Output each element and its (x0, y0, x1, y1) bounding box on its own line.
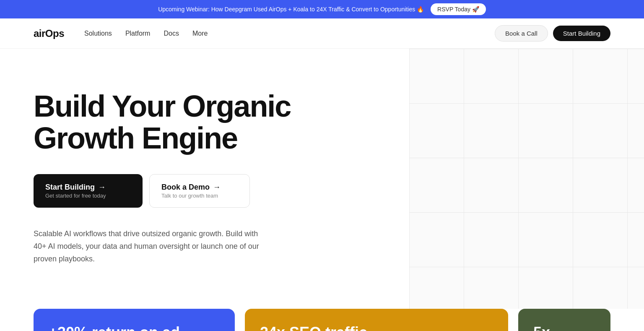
stat-title-blue: +30% return on ad spend (49, 324, 220, 331)
nav-link-docs[interactable]: Docs (164, 30, 179, 37)
hero-buttons: Start Building → Get started for free to… (34, 174, 302, 208)
book-demo-arrow: → (213, 183, 221, 192)
nav-links: Solutions Platform Docs More (84, 30, 208, 37)
stat-title-amber: 24x SEO traffic (260, 324, 493, 331)
hero-section: Build Your Organic Growth Engine Start B… (0, 49, 644, 309)
hero-title: Build Your Organic Growth Engine (34, 91, 302, 154)
announcement-text: Upcoming Webinar: How Deepgram Used AirO… (158, 6, 424, 13)
nav-right: Book a Call Start Building (495, 25, 610, 42)
book-demo-hero-button[interactable]: Book a Demo → Talk to our growth team (149, 174, 250, 208)
start-building-hero-button[interactable]: Start Building → Get started for free to… (34, 174, 143, 208)
start-building-subtitle: Get started for free today (45, 193, 106, 199)
book-demo-title: Book a Demo → (161, 183, 221, 192)
start-building-arrow: → (98, 183, 106, 192)
hero-grid-background (409, 49, 644, 309)
rsvp-button[interactable]: RSVP Today 🚀 (431, 3, 486, 15)
hero-description: Scalable AI workflows that drive outsize… (34, 228, 268, 265)
announcement-banner: Upcoming Webinar: How Deepgram Used AirO… (0, 0, 644, 18)
logo-text: airOps (34, 28, 64, 39)
nav-item-more[interactable]: More (192, 30, 208, 37)
nav-item-docs[interactable]: Docs (164, 30, 179, 37)
stat-card-blue: +30% return on ad spend DTC e-commerce b… (34, 309, 235, 331)
book-demo-subtitle: Talk to our growth team (161, 193, 218, 199)
nav-item-platform[interactable]: Platform (125, 30, 151, 37)
hero-content: Build Your Organic Growth Engine Start B… (0, 49, 335, 309)
logo[interactable]: airOps (34, 28, 64, 39)
stat-title-green: 5x speed to m (533, 324, 595, 331)
nav-left: airOps Solutions Platform Docs More (34, 28, 208, 39)
start-building-title: Start Building → (45, 183, 106, 192)
nav-link-platform[interactable]: Platform (125, 30, 151, 37)
nav-link-more[interactable]: More (192, 30, 208, 37)
book-call-button[interactable]: Book a Call (495, 25, 548, 42)
stats-section: +30% return on ad spend DTC e-commerce b… (0, 309, 644, 331)
nav-item-solutions[interactable]: Solutions (84, 30, 112, 37)
navbar: airOps Solutions Platform Docs More Book… (0, 18, 644, 49)
stat-card-amber: 24x SEO traffic Deepgram increased organ… (245, 309, 508, 331)
start-building-nav-button[interactable]: Start Building (553, 26, 610, 41)
nav-link-solutions[interactable]: Solutions (84, 30, 112, 37)
stat-card-green: 5x speed to m 50k Publishing.com st (518, 309, 610, 331)
